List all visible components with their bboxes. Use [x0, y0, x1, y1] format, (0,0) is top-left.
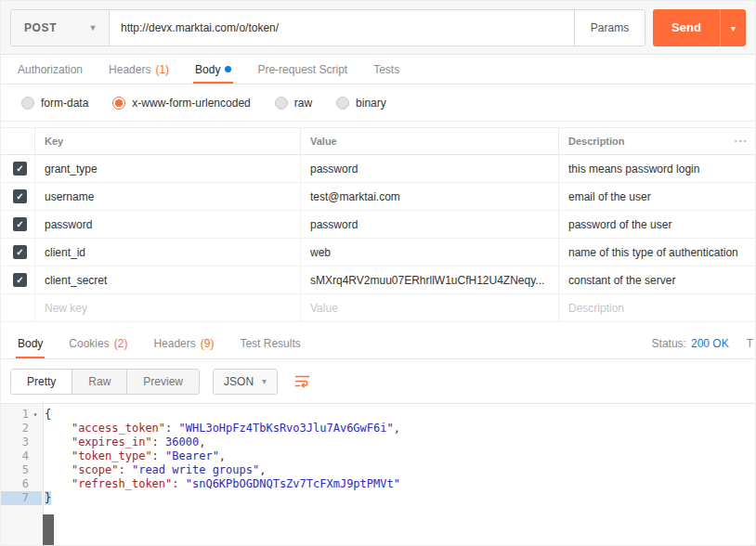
format-select[interactable]: JSON ▾ — [213, 369, 278, 395]
code-text: { — [45, 408, 51, 422]
param-value-cell[interactable]: password — [300, 211, 558, 238]
tab-pre-request-script[interactable]: Pre-request Script — [244, 55, 360, 84]
view-raw-button[interactable]: Raw — [72, 370, 127, 394]
radio-label: form-data — [41, 97, 88, 110]
response-toolbar: Pretty Raw Preview JSON ▾ — [1, 359, 755, 404]
line-number: 5 — [1, 463, 29, 477]
param-value-cell[interactable]: web — [300, 239, 558, 266]
check-icon: ✓ — [16, 220, 23, 229]
checkbox-header-cell — [1, 128, 34, 154]
key-column-header: Key — [34, 128, 300, 154]
param-value-cell[interactable]: sMXrq4RV2muu07ERhrllW1uCfH12U4ZNeqy... — [300, 266, 558, 293]
row-enabled-checkbox[interactable]: ✓ — [13, 217, 27, 231]
new-key-input[interactable]: New key — [34, 294, 300, 321]
table-row: ✓ grant_type password this means passwor… — [1, 155, 755, 183]
format-label: JSON — [224, 375, 254, 388]
fold-caret-icon[interactable]: ▾ — [29, 408, 42, 422]
tab-label: Pre-request Script — [257, 63, 347, 76]
radio-raw[interactable]: raw — [275, 97, 312, 110]
radio-form-data[interactable]: form-data — [21, 97, 88, 110]
description-column-header: Description — [558, 128, 727, 154]
tab-body[interactable]: Body — [182, 55, 244, 84]
params-button[interactable]: Params — [574, 10, 645, 46]
new-description-input[interactable]: Description — [558, 294, 755, 321]
radio-circle — [275, 97, 288, 110]
request-url-bar: POST ▾ Params Send ▾ — [1, 1, 755, 55]
checkbox-cell: ✓ — [1, 239, 34, 266]
row-enabled-checkbox[interactable]: ✓ — [13, 162, 27, 176]
param-key-cell[interactable]: client_id — [34, 239, 300, 266]
fold-spacer — [29, 491, 42, 505]
tab-response-body[interactable]: Body — [5, 328, 56, 358]
param-key-cell[interactable]: password — [34, 211, 300, 238]
table-row: ✓ client_secret sMXrq4RV2muu07ERhrllW1uC… — [1, 266, 755, 294]
url-input[interactable] — [110, 10, 574, 46]
method-select[interactable]: POST ▾ — [11, 10, 110, 46]
tab-response-cookies[interactable]: Cookies (2) — [56, 328, 140, 358]
tab-label: Body — [18, 337, 43, 350]
param-key-cell[interactable]: client_secret — [34, 266, 300, 293]
code-text: "scope": "read write groups", — [45, 463, 266, 477]
view-mode-group: Pretty Raw Preview — [10, 369, 200, 395]
view-preview-button[interactable]: Preview — [127, 370, 199, 394]
url-group: POST ▾ Params — [10, 9, 645, 46]
param-key-cell[interactable]: grant_type — [34, 155, 300, 182]
check-icon: ✓ — [16, 164, 23, 174]
checkbox-cell: ✓ — [1, 183, 34, 210]
tab-authorization[interactable]: Authorization — [5, 55, 96, 84]
line-number: 6 — [1, 477, 29, 491]
tab-label: Cookies — [69, 337, 109, 350]
param-description-cell[interactable]: password of the user — [558, 211, 755, 238]
new-value-input[interactable]: Value — [300, 294, 558, 321]
fold-spacer — [29, 436, 42, 449]
send-options-button[interactable]: ▾ — [720, 9, 746, 46]
table-menu-icon[interactable]: ··· — [727, 135, 755, 148]
checkbox-cell: ✓ — [1, 211, 34, 238]
tab-response-headers[interactable]: Headers (9) — [140, 328, 227, 358]
table-row: ✓ username test@marktai.com email of the… — [1, 183, 755, 211]
param-key-cell[interactable]: username — [34, 183, 300, 210]
table-header-row: Key Value Description ··· — [1, 127, 755, 155]
param-value-cell[interactable]: test@marktai.com — [300, 183, 558, 210]
check-icon: ✓ — [16, 192, 23, 202]
response-meta: Status: 200 OK T — [652, 328, 755, 358]
status-value: 200 OK — [691, 337, 729, 350]
param-description-cell[interactable]: this means password login — [558, 155, 755, 182]
postman-request-view: POST ▾ Params Send ▾ Authorization Heade… — [0, 0, 756, 546]
body-has-content-dot — [225, 66, 231, 72]
check-icon: ✓ — [16, 276, 23, 285]
scrollbar-thumb[interactable] — [43, 514, 54, 546]
param-description-cell[interactable]: email of the user — [558, 183, 755, 210]
tab-tests[interactable]: Tests — [360, 55, 412, 84]
tab-count: (2) — [114, 337, 128, 350]
send-button[interactable]: Send — [653, 9, 720, 46]
row-enabled-checkbox[interactable]: ✓ — [13, 245, 27, 259]
wrap-text-icon[interactable] — [294, 374, 310, 388]
tab-headers[interactable]: Headers (1) — [96, 55, 182, 84]
param-description-cell[interactable]: constant of the server — [558, 266, 755, 293]
line-number: 1 — [1, 408, 29, 422]
response-body-viewer: 1▾{2 "access_token": "WHL3oHpFz4TbKsRvo3… — [1, 404, 755, 546]
table-row: ✓ client_id web name of this type of aut… — [1, 239, 755, 266]
radio-x-www-form-urlencoded[interactable]: x-www-form-urlencoded — [112, 97, 250, 110]
row-enabled-checkbox[interactable]: ✓ — [13, 273, 27, 287]
radio-binary[interactable]: binary — [336, 97, 386, 110]
view-pretty-button[interactable]: Pretty — [11, 370, 72, 394]
code-line: 4 "token_type": "Bearer", — [1, 449, 755, 463]
code-text: "expires_in": 36000, — [45, 436, 205, 449]
tab-count: (9) — [201, 337, 215, 350]
param-value-cell[interactable]: password — [300, 155, 558, 182]
radio-label: binary — [356, 97, 386, 110]
code-text: } — [45, 491, 51, 505]
value-column-header: Value — [300, 128, 558, 154]
code-line: 5 "scope": "read write groups", — [1, 463, 755, 477]
row-enabled-checkbox[interactable]: ✓ — [13, 189, 27, 203]
code-text: "access_token": "WHL3oHpFz4TbKsRvo3Jlu7A… — [45, 422, 400, 436]
check-icon: ✓ — [16, 248, 23, 257]
fold-spacer — [29, 463, 42, 477]
code-line: 6 "refresh_token": "snQ6KPbOGDNQTsZv7TcF… — [1, 477, 755, 491]
tab-test-results[interactable]: Test Results — [227, 328, 313, 358]
param-description-cell[interactable]: name of this type of authentication — [558, 239, 755, 266]
fold-spacer — [29, 477, 42, 491]
status-label: Status: — [652, 337, 686, 350]
